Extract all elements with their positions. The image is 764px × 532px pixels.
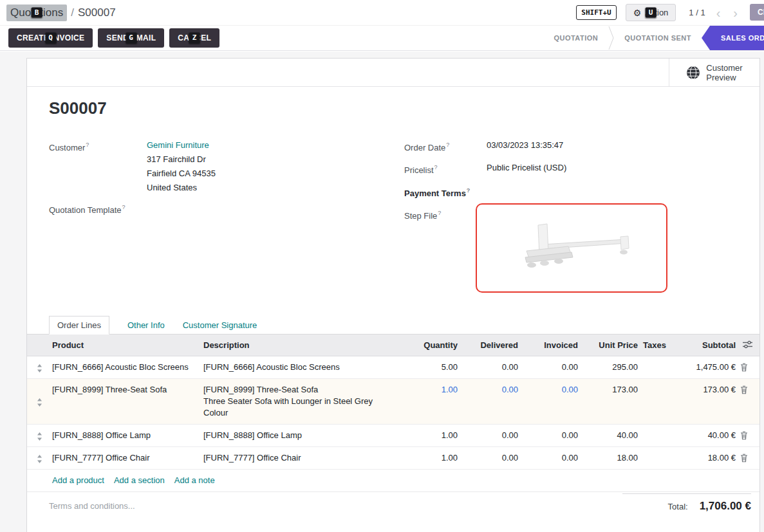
delivered-cell[interactable]: 0.00	[458, 425, 518, 446]
invoiced-cell[interactable]: 0.00	[518, 447, 578, 469]
col-header-invoiced: Invoiced	[518, 335, 578, 356]
page-title: S00007	[49, 98, 107, 118]
customer-preview-label-line1: Customer	[706, 63, 742, 73]
optional-columns-icon[interactable]	[743, 340, 752, 349]
chevron-right-icon[interactable]: ›	[731, 6, 740, 19]
stage-quotation-sent[interactable]: QUOTATION SENT	[614, 26, 702, 50]
unit-price-cell[interactable]: 18.00	[578, 447, 638, 469]
breadcrumb-quotations[interactable]: Quotations B	[6, 5, 67, 21]
terms-placeholder[interactable]: Terms and conditions...	[49, 501, 135, 511]
table-row: [FURN_7777] Office Chair [FURN_7777] Off…	[27, 447, 759, 470]
customer-link[interactable]: Gemini Furniture	[147, 140, 209, 150]
globe-icon	[686, 66, 700, 80]
payment-terms-field-label: Payment Terms?	[404, 184, 487, 201]
product-cell[interactable]: [FURN_6666] Acoustic Bloc Screens	[52, 356, 203, 378]
col-header-product: Product	[52, 335, 203, 356]
drag-handle-icon[interactable]	[27, 379, 52, 424]
address-line: 317 Fairchild Dr	[147, 152, 216, 167]
customer-label-text: Customer	[49, 143, 85, 152]
chevron-left-icon[interactable]: ‹	[714, 6, 723, 19]
gear-icon: ⚙	[633, 8, 642, 17]
quantity-cell[interactable]: 1.00	[400, 447, 458, 469]
tab-order-lines[interactable]: Order Lines	[49, 316, 109, 335]
invoiced-cell[interactable]: 0.00	[518, 356, 578, 378]
send-email-button[interactable]: SEND EMAIL G	[98, 28, 164, 48]
delete-icon[interactable]	[736, 379, 752, 424]
pricelist-value[interactable]: Public Pricelist (USD)	[487, 161, 566, 178]
delete-icon[interactable]	[736, 447, 752, 469]
control-bar: CREATE INVOICE Q SEND EMAIL G CANCEL Z Q…	[0, 26, 764, 51]
product-cell[interactable]: [FURN_8888] Office Lamp	[52, 425, 203, 446]
description-cell[interactable]: [FURN_8999] Three-Seat Sofa Three Seater…	[203, 379, 400, 424]
table-header-row: Product Description Quantity Delivered I…	[27, 335, 759, 356]
tab-other-info[interactable]: Other Info	[127, 316, 165, 334]
add-product-link[interactable]: Add a product	[52, 475, 104, 485]
table-row: [FURN_8999] Three-Seat Sofa [FURN_8999] …	[27, 379, 759, 425]
subtotal-cell: 40.00 €	[669, 425, 736, 446]
invoiced-cell[interactable]: 0.00	[518, 425, 578, 446]
quantity-cell[interactable]: 5.00	[400, 356, 458, 378]
description-line: Three Seater Sofa with Lounger in Steel …	[203, 396, 387, 419]
taxes-cell[interactable]	[638, 425, 669, 435]
drag-handle-icon[interactable]	[27, 447, 52, 469]
col-header-delivered: Delivered	[458, 335, 518, 356]
description-cell[interactable]: [FURN_7777] Office Chair	[203, 447, 400, 469]
taxes-cell[interactable]	[638, 356, 669, 367]
delete-icon[interactable]	[736, 356, 752, 378]
quantity-cell[interactable]: 1.00	[400, 425, 458, 446]
add-note-link[interactable]: Add a note	[174, 475, 215, 485]
quantity-cell[interactable]: 1.00	[400, 379, 458, 401]
delivered-cell[interactable]: 0.00	[458, 447, 518, 469]
delivered-cell[interactable]: 0.00	[458, 356, 518, 378]
delivered-cell[interactable]: 0.00	[458, 379, 518, 401]
taxes-cell[interactable]	[638, 379, 669, 389]
create-invoice-button[interactable]: CREATE INVOICE Q	[8, 28, 93, 48]
col-header-taxes: Taxes	[638, 335, 669, 356]
taxes-cell[interactable]	[638, 447, 669, 457]
unit-price-cell[interactable]: 295.00	[578, 356, 638, 378]
table-row: [FURN_8888] Office Lamp [FURN_8888] Offi…	[27, 425, 759, 447]
breadcrumb-record: S00007	[78, 6, 116, 19]
keyboard-hint-badge: Z	[189, 33, 200, 44]
unit-price-cell[interactable]: 173.00	[578, 379, 638, 401]
sheet-top-strip: Customer Preview	[27, 59, 759, 87]
step-file-3d-preview	[507, 217, 636, 279]
stage-quotation[interactable]: QUOTATION	[543, 26, 608, 50]
col-header-quantity: Quantity	[400, 335, 458, 356]
drag-handle-icon[interactable]	[27, 356, 52, 378]
address-line: United States	[147, 181, 216, 195]
unit-price-cell[interactable]: 40.00	[578, 425, 638, 446]
notebook-tabs: Order Lines Other Info Customer Signatur…	[27, 315, 759, 335]
description-line: [FURN_6666] Acoustic Bloc Screens	[203, 362, 400, 373]
action-menu-button[interactable]: ⚙ Action U	[626, 4, 676, 21]
stage-sales-order[interactable]: SALES ORDER	[702, 26, 764, 50]
total-value: 1,706.00 €	[700, 500, 751, 513]
tab-customer-signature[interactable]: Customer Signature	[183, 316, 257, 334]
add-section-link[interactable]: Add a section	[114, 475, 165, 485]
product-cell[interactable]: [FURN_8999] Three-Seat Sofa	[52, 379, 203, 401]
total-section: Total: 1,706.00 €	[622, 493, 751, 513]
status-bar: QUOTATION QUOTATION SENT SALES ORDER	[543, 26, 764, 50]
stage-separator-icon	[608, 26, 614, 50]
help-marker: ?	[438, 210, 441, 216]
partial-right-button[interactable]: Cl	[750, 4, 764, 21]
pricelist-field-label: Pricelist?	[404, 161, 487, 178]
description-cell[interactable]: [FURN_8888] Office Lamp	[203, 425, 400, 446]
drag-handle-icon[interactable]	[27, 425, 52, 446]
product-cell[interactable]: [FURN_7777] Office Chair	[52, 447, 203, 469]
cancel-button[interactable]: CANCEL Z	[169, 28, 219, 48]
invoiced-cell[interactable]: 0.00	[518, 379, 578, 401]
order-lines-table: Product Description Quantity Delivered I…	[27, 335, 759, 492]
order-date-value[interactable]: 03/03/2023 13:35:47	[487, 138, 563, 155]
step-file-field-label: Step File?	[404, 206, 487, 223]
delete-icon[interactable]	[736, 425, 752, 446]
pager-count: 1 / 1	[689, 8, 705, 17]
description-line: [FURN_7777] Office Chair	[203, 452, 400, 464]
pricelist-label-text: Pricelist	[404, 166, 434, 176]
order-date-label-text: Order Date	[404, 143, 445, 152]
customer-preview-button[interactable]: Customer Preview	[669, 59, 759, 86]
address-line: Fairfield CA 94535	[147, 167, 216, 181]
step-file-image[interactable]	[476, 203, 667, 293]
description-cell[interactable]: [FURN_6666] Acoustic Bloc Screens	[203, 356, 400, 378]
help-marker: ?	[86, 142, 89, 148]
